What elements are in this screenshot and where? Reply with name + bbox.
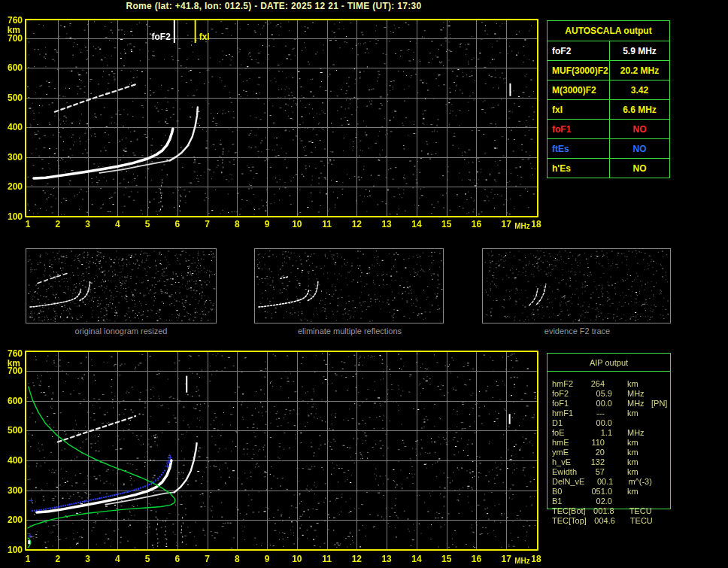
aip-l: h_vE bbox=[548, 457, 584, 467]
aip-row-foE: foE1.1MHz bbox=[548, 428, 670, 438]
autoscala-row-value: 20.2 MHz bbox=[610, 61, 669, 80]
aip-n: [PN] bbox=[651, 399, 667, 409]
aip-l: hmF2 bbox=[548, 379, 584, 389]
autoscala-row-label: M(3000)F2 bbox=[548, 80, 610, 99]
aip-v: 05.9 bbox=[584, 389, 612, 399]
autoscala-row-ftEs: ftEsNO bbox=[548, 138, 669, 158]
top-ionogram-canvas bbox=[0, 0, 548, 241]
aip-row-TEC[Top]: TEC[Top]004.6TECU bbox=[548, 516, 670, 526]
aip-u: km bbox=[627, 487, 647, 497]
aip-u: km bbox=[627, 467, 647, 477]
bottom-ionogram-canvas bbox=[0, 339, 548, 568]
autoscala-row-fxI: fxI6.6 MHz bbox=[548, 99, 669, 119]
aip-v: 1.1 bbox=[584, 428, 612, 438]
autoscala-panel-title: AUTOSCALA output bbox=[548, 21, 669, 41]
aip-v: 00.1 bbox=[584, 477, 613, 487]
aip-l: B1 bbox=[548, 497, 584, 506]
aip-l: D1 bbox=[548, 418, 584, 428]
thumbnail-caption-evidence: evidence F2 trace bbox=[482, 327, 672, 336]
aip-l: ymE bbox=[548, 448, 584, 457]
autoscala-row-label: h'Es bbox=[548, 159, 610, 178]
autoscala-row-label: MUF(3000)F2 bbox=[548, 61, 610, 80]
autoscala-row-value: 6.6 MHz bbox=[610, 100, 669, 119]
autoscala-row-M(3000)F2: M(3000)F23.42 bbox=[548, 80, 669, 99]
aip-l: hmF1 bbox=[548, 409, 584, 418]
autoscala-row-MUF(3000)F2: MUF(3000)F220.2 MHz bbox=[548, 60, 669, 80]
aip-v int: 264 bbox=[584, 379, 612, 389]
aip-u: km bbox=[627, 379, 647, 389]
aip-l: foF2 bbox=[548, 389, 584, 399]
aip-row-B0: B0051.0km bbox=[548, 487, 670, 497]
aip-u: km bbox=[627, 409, 647, 418]
autoscala-row-label: ftEs bbox=[548, 139, 610, 158]
aip-v int: 132 bbox=[584, 457, 612, 467]
autoscala-row-label: foF2 bbox=[548, 41, 610, 60]
aip-l: TEC[Top] bbox=[548, 516, 587, 526]
aip-u: m^(-3) bbox=[628, 477, 651, 487]
aip-row-ymE: ymE20km bbox=[548, 448, 670, 457]
aip-output-panel: AIP output hmF2264kmfoF205.9MHzfoF100.0M… bbox=[547, 353, 671, 509]
aip-panel-title: AIP output bbox=[548, 354, 670, 372]
aip-l: DelN_vE bbox=[548, 477, 584, 487]
autoscala-row-foF1: foF1NO bbox=[548, 119, 669, 138]
thumbnail-caption-eliminate: eliminate multiple reflections bbox=[254, 327, 445, 336]
autoscala-row-label: foF1 bbox=[548, 120, 610, 138]
aip-l: hmE bbox=[548, 438, 584, 448]
aip-v: 02.0 bbox=[584, 497, 612, 506]
aip-u bbox=[627, 497, 647, 506]
aip-u: MHz bbox=[627, 428, 647, 438]
aip-l: TEC[Bot] bbox=[548, 506, 586, 516]
aip-u: km bbox=[627, 448, 647, 457]
aip-row-D1: D100.0 bbox=[548, 418, 670, 428]
autoscala-row-foF2: foF25.9 MHz bbox=[548, 41, 669, 60]
thumbnail-eliminate-reflections bbox=[254, 248, 444, 323]
aip-u: km bbox=[627, 457, 647, 467]
autoscala-row-h'Es: h'EsNO bbox=[548, 158, 669, 178]
aip-row-h_vE: h_vE132km bbox=[548, 457, 670, 467]
aip-l: Ewidth bbox=[548, 467, 584, 477]
aip-u: MHz bbox=[627, 399, 647, 409]
aip-u: TECU bbox=[630, 516, 653, 526]
aip-l: B0 bbox=[548, 487, 584, 497]
aip-v int: 57 bbox=[584, 467, 612, 477]
aip-u bbox=[627, 418, 647, 428]
aip-row-foF2: foF205.9MHz bbox=[548, 389, 670, 399]
aip-l: foE bbox=[548, 428, 584, 438]
thumbnail-evidence-f2-trace bbox=[482, 248, 671, 323]
aip-row-TEC[Bot]: TEC[Bot]001.8TECU bbox=[548, 506, 670, 516]
autoscala-screen: Rome (lat: +41.8, lon: 012.5) - DATE: 20… bbox=[0, 0, 728, 568]
aip-row-DelN_vE: DelN_vE00.1m^(-3) bbox=[548, 477, 670, 487]
aip-row-B1: B102.0 bbox=[548, 497, 670, 506]
aip-v: 051.0 bbox=[584, 487, 612, 497]
autoscala-row-value: NO bbox=[610, 120, 669, 138]
autoscala-rows: foF25.9 MHzMUF(3000)F220.2 MHzM(3000)F23… bbox=[548, 41, 669, 178]
autoscala-row-value: 3.42 bbox=[610, 80, 669, 99]
aip-v: 00.0 bbox=[584, 418, 612, 428]
aip-l: foF1 bbox=[548, 399, 584, 409]
thumbnail-original-ionogram bbox=[26, 248, 217, 323]
autoscala-row-label: fxI bbox=[548, 100, 610, 119]
aip-row-foF1: foF100.0MHz[PN] bbox=[548, 399, 670, 409]
thumbnail-caption-original: original ionogram resized bbox=[26, 327, 217, 336]
aip-v int: 20 bbox=[584, 448, 612, 457]
autoscala-row-value: NO bbox=[610, 159, 669, 178]
aip-u: km bbox=[627, 438, 647, 448]
aip-row-Ewidth: Ewidth57km bbox=[548, 467, 670, 477]
autoscala-row-value: 5.9 MHz bbox=[610, 41, 669, 60]
aip-u: TECU bbox=[629, 506, 652, 516]
aip-v int: --- bbox=[584, 409, 612, 418]
aip-v int: 110 bbox=[584, 438, 612, 448]
autoscala-output-panel: AUTOSCALA output foF25.9 MHzMUF(3000)F22… bbox=[547, 20, 670, 178]
aip-row-hmE: hmE110km bbox=[548, 438, 670, 448]
aip-v: 00.0 bbox=[584, 399, 612, 409]
aip-v: 004.6 bbox=[587, 516, 615, 526]
autoscala-row-value: NO bbox=[610, 139, 669, 158]
aip-u: MHz bbox=[627, 389, 647, 399]
aip-row-hmF1: hmF1---km bbox=[548, 409, 670, 418]
aip-v: 001.8 bbox=[586, 506, 614, 516]
aip-row-hmF2: hmF2264km bbox=[548, 379, 670, 389]
